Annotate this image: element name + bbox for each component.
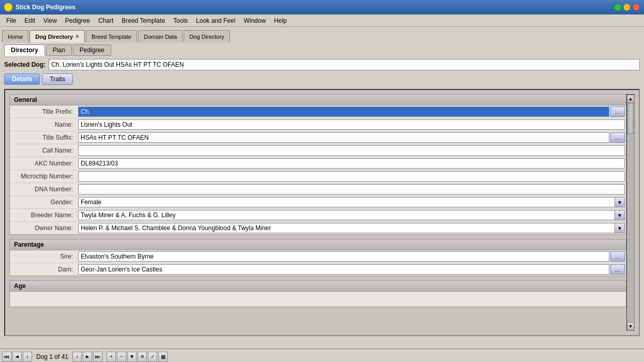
general-section-header: General (9, 94, 626, 105)
close-button[interactable] (633, 4, 640, 11)
name-row: Name: (10, 118, 626, 131)
dam-row: Dam: … (10, 263, 626, 276)
menu-window[interactable]: Window (239, 16, 270, 25)
selected-dog-input[interactable] (49, 59, 640, 70)
main-content: Directory Plan Pedigree Selected Dog: De… (0, 42, 644, 349)
scroll-track (627, 103, 634, 322)
tab-domain-data-label: Domain Data (144, 34, 177, 40)
owner-name-row: Owner Name: Helen P. & Michael S. Chambl… (10, 222, 626, 234)
app-title: Stick Dog Pedigrees (16, 4, 614, 11)
window-controls (614, 4, 640, 11)
minimize-button[interactable] (623, 4, 631, 11)
scrollbar: ▲ ▼ (626, 94, 635, 331)
nav-prev-prev-button[interactable]: ◄ (12, 352, 22, 362)
tab-home[interactable]: Home (2, 30, 28, 42)
owner-name-label: Owner Name: (10, 223, 77, 233)
title-suffix-row: Title Suffix: … (10, 131, 626, 144)
call-name-label: Call Name: (10, 145, 77, 156)
akc-number-input[interactable] (78, 158, 625, 169)
name-input[interactable] (78, 119, 625, 130)
nav-grid-button[interactable]: ▦ (158, 352, 168, 362)
subtab-directory[interactable]: Directory (4, 44, 45, 56)
title-prefix-button[interactable]: … (610, 107, 625, 117)
tab-dog-directory-close[interactable]: ✕ (75, 34, 79, 39)
dam-input[interactable] (78, 264, 609, 275)
nav-next-next-button[interactable]: ► (83, 352, 92, 362)
detail-tab-traits[interactable]: Traits (42, 73, 73, 85)
breeder-select-wrapper: Twyla Miner & A. Fuchs & G. Lilley ▼ (78, 210, 625, 220)
title-suffix-input[interactable] (78, 132, 609, 143)
title-prefix-input[interactable] (78, 107, 609, 117)
menu-help[interactable]: Help (270, 16, 291, 25)
dam-label: Dam: (10, 264, 77, 275)
app-icon (4, 3, 12, 11)
dna-number-label: DNA Number: (10, 184, 77, 194)
subtab-directory-label: Directory (11, 47, 38, 54)
menu-breed-template[interactable]: Breed Template (117, 16, 169, 25)
menu-tools[interactable]: Tools (169, 16, 192, 25)
menu-look-feel[interactable]: Look and Feel (192, 16, 239, 25)
title-suffix-label: Title Suffix: (10, 132, 77, 143)
name-label: Name: (10, 119, 77, 130)
tab-dog-directory-2[interactable]: Dog Directory (184, 30, 230, 42)
detail-tab-details[interactable]: Details (4, 73, 40, 85)
sire-input[interactable] (78, 251, 609, 262)
menu-edit[interactable]: Edit (20, 16, 39, 25)
gender-select-wrapper: Female Male ▼ (78, 197, 625, 207)
dna-number-row: DNA Number: (10, 183, 626, 196)
call-name-input[interactable] (78, 145, 625, 156)
akc-number-label: AKC Number: (10, 158, 77, 169)
nav-record-label: Dog 1 of 41 (33, 353, 71, 360)
general-section-body: Title Prefix: … Name: Title Suffix: … (9, 105, 626, 235)
menu-file[interactable]: File (2, 16, 20, 25)
title-prefix-row: Title Prefix: … (10, 105, 626, 118)
form-container: General Title Prefix: … Name: (4, 89, 640, 336)
form-inner: General Title Prefix: … Name: (9, 94, 626, 331)
selected-dog-bar: Selected Dog: (4, 59, 640, 70)
subtab-pedigree-label: Pedigree (80, 47, 104, 54)
tab-dog-directory[interactable]: Dog Directory ✕ (29, 30, 85, 42)
scroll-thumb[interactable] (627, 103, 634, 134)
sire-label: Sire: (10, 251, 77, 262)
gender-select[interactable]: Female Male (78, 197, 625, 207)
subtab-pedigree[interactable]: Pedigree (73, 44, 111, 56)
tab-breed-template[interactable]: Breed Template (86, 30, 137, 42)
microchip-label: Microchip Number: (10, 171, 77, 182)
gender-label: Gender: (10, 197, 77, 207)
subtab-plan[interactable]: Plan (46, 44, 72, 56)
tab-home-label: Home (8, 34, 23, 40)
nav-prev-button[interactable]: ‹ (23, 352, 32, 362)
nav-first-button[interactable]: ⏮ (2, 352, 11, 362)
detail-tabs: Details Traits (4, 73, 640, 85)
parentage-section-header: Parentage (9, 239, 626, 250)
scroll-down-button[interactable]: ▼ (627, 322, 634, 330)
sire-button[interactable]: … (610, 251, 625, 262)
owner-name-select[interactable]: Helen P. & Michael S. Chamblee & Donna Y… (78, 223, 625, 233)
nav-add-button[interactable]: + (107, 352, 116, 362)
subtab-plan-label: Plan (53, 47, 65, 54)
menu-chart[interactable]: Chart (94, 16, 117, 25)
call-name-row: Call Name: (10, 144, 626, 157)
nav-remove-button[interactable]: − (117, 352, 126, 362)
nav-last-button[interactable]: ⏭ (93, 352, 102, 362)
breeder-name-select[interactable]: Twyla Miner & A. Fuchs & G. Lilley (78, 210, 625, 220)
nav-save-button[interactable]: ✓ (148, 352, 157, 362)
tab-breed-template-label: Breed Template (92, 34, 131, 40)
maximize-button[interactable] (614, 4, 621, 11)
title-prefix-label: Title Prefix: (10, 107, 77, 117)
breeder-name-label: Breeder Name: (10, 210, 77, 220)
title-suffix-button[interactable]: … (610, 132, 625, 143)
dna-number-input[interactable] (78, 184, 625, 194)
scroll-up-button[interactable]: ▲ (627, 95, 634, 103)
tab-domain-data[interactable]: Domain Data (138, 30, 183, 42)
nav-cancel-button[interactable]: ✕ (138, 352, 147, 362)
akc-number-row: AKC Number: (10, 157, 626, 170)
microchip-input[interactable] (78, 171, 625, 182)
menu-pedigree[interactable]: Pedigree (61, 16, 94, 25)
nav-next-button[interactable]: › (72, 352, 82, 362)
dam-button[interactable]: … (610, 264, 625, 275)
menu-view[interactable]: View (39, 16, 61, 25)
age-section-header: Age (9, 280, 626, 292)
tab-dog-directory-label: Dog Directory (35, 34, 73, 40)
nav-down-button[interactable]: ▼ (127, 352, 137, 362)
